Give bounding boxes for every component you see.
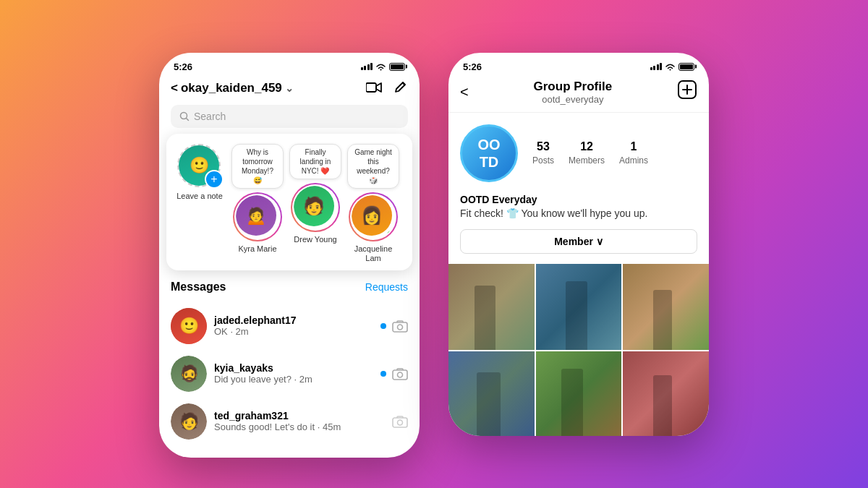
back-button-right[interactable]: < [460,84,469,100]
nav-bar-left: < okay_kaiden_459 ⌄ [159,77,420,105]
stat-admins: 1 Admins [619,140,648,166]
back-button-left[interactable]: < [171,81,178,95]
nav-username: okay_kaiden_459 [181,81,282,95]
message-item-1[interactable]: 🧔 kyia_kayaks Did you leave yet? · 2m [171,350,408,398]
photo-grid [448,264,709,435]
status-icons-right [650,63,695,71]
jacqueline-with-bubble: Game night this weekend? 🎲 👩 [347,144,399,241]
message-right-0 [380,320,408,333]
jacqueline-name: Jacqueline Lam [347,244,399,263]
phone-left: 5:26 < okay_kaiden_459 ⌄ [159,53,420,458]
battery-icon-right [678,63,694,71]
stat-admins-number: 1 [619,140,648,153]
group-name: OOTD Everyday [460,194,697,205]
chevron-down-icon[interactable]: ⌄ [285,82,294,94]
photo-cell-3[interactable] [448,351,535,436]
message-item-2[interactable]: 🧑 ted_graham321 Sounds good! Let's do it… [171,398,408,445]
group-profile-section: OOTD 53 Posts 12 Members 1 Admins [448,113,709,194]
message-content-1: kyia_kayaks Did you leave yet? · 2m [214,362,373,385]
svg-rect-7 [393,418,407,427]
online-indicator [386,230,393,237]
story-item-jacqueline[interactable]: Game night this weekend? 🎲 👩 Jac [347,144,399,263]
group-avatar-text: OOTD [477,136,500,171]
message-content-2: ted_graham321 Sounds good! Let's do it ·… [214,410,385,432]
message-username-2: ted_graham321 [214,410,385,421]
photo-cell-1[interactable] [536,264,622,350]
group-header-center: Group Profile ootd_everyday [534,80,613,105]
kyra-name: Kyra Marie [238,244,276,254]
message-avatar-1: 🧔 [171,356,207,392]
message-preview-0: OK · 2m [214,326,373,337]
camera-icon-2[interactable] [392,415,408,428]
photo-cell-4[interactable] [536,351,622,436]
camera-icon-1[interactable] [392,367,408,380]
time-left: 5:26 [174,61,192,72]
leave-note-label: Leave a note [176,192,223,201]
group-profile-title: Group Profile [534,80,613,94]
stories-row: 🙂 + Leave a note Why is tomorrow Monday!… [174,144,405,263]
svg-rect-1 [366,83,376,92]
drew-bubble: Finally landing in NYC! ❤️ [289,144,341,179]
group-profile-subtitle: ootd_everyday [534,94,613,105]
status-bar-right: 5:26 [448,53,709,77]
group-description: Fit check! 👕 You know we'll hype you up. [460,207,697,221]
stat-posts-label: Posts [532,155,554,166]
wifi-icon [375,63,386,71]
member-button[interactable]: Member ∨ [460,229,697,254]
phone-right: 5:26 < Group Profile ootd_everyday [448,53,709,436]
messages-header: Messages Requests [171,281,408,294]
drew-ring-inner: 🧑 [292,184,339,231]
photo-cell-5[interactable] [623,351,709,436]
requests-link[interactable]: Requests [365,281,408,293]
svg-point-6 [398,372,403,377]
messages-section: Messages Requests 🙂 jaded.elephant17 OK … [159,270,420,451]
edit-icon[interactable] [393,80,408,98]
svg-point-0 [380,69,382,70]
stat-posts-number: 53 [532,140,554,153]
jacqueline-ring-inner: 👩 [350,194,396,240]
nav-icons-right [366,80,408,98]
photo-cell-2[interactable] [623,264,709,350]
kyra-bubble: Why is tomorrow Monday!? 😅 [231,144,284,189]
signal-icon-right [650,63,663,70]
kyra-ring-inner: 🙍 [234,194,281,240]
jacqueline-avatar: 👩 [352,195,395,239]
camera-icon-0[interactable] [392,320,408,333]
drew-name: Drew Young [294,235,336,244]
signal-icon [361,63,373,70]
message-preview-2: Sounds good! Let's do it · 45m [214,421,385,432]
drew-story-ring: 🧑 [291,183,340,232]
photo-cell-0[interactable] [448,264,535,350]
group-bio: OOTD Everyday Fit check! 👕 You know we'l… [448,194,709,230]
message-item-0[interactable]: 🙂 jaded.elephant17 OK · 2m [171,302,408,350]
unread-dot-1 [380,371,386,377]
story-item-kyra[interactable]: Why is tomorrow Monday!? 😅 🙍 Kyra Marie [231,144,284,254]
svg-rect-5 [393,370,407,380]
stat-members: 12 Members [569,140,605,166]
drew-avatar: 🧑 [294,186,337,229]
story-item-leave-note[interactable]: 🙂 + Leave a note [174,144,226,201]
stories-card: 🙂 + Leave a note Why is tomorrow Monday!… [166,134,412,270]
message-content-0: jaded.elephant17 OK · 2m [214,314,373,337]
time-right: 5:26 [463,61,482,72]
kyra-with-bubble: Why is tomorrow Monday!? 😅 🙍 [231,144,284,241]
add-to-group-icon[interactable] [677,80,697,104]
kyra-story-ring: 🙍 [233,192,282,241]
stat-members-number: 12 [569,140,605,153]
messages-title: Messages [171,281,226,294]
status-icons-left [361,63,406,71]
message-preview-1: Did you leave yet? · 2m [214,374,373,385]
search-placeholder: Search [194,111,226,122]
nav-title-left: < okay_kaiden_459 ⌄ [171,81,294,95]
jacqueline-bubble: Game night this weekend? 🎲 [347,144,399,189]
svg-point-9 [670,69,671,70]
message-right-2 [392,415,408,428]
svg-point-4 [398,325,403,330]
search-bar[interactable]: Search [171,105,408,128]
story-item-drew[interactable]: Finally landing in NYC! ❤️ 🧑 Drew Young [289,144,341,244]
search-icon [179,111,190,121]
video-call-icon[interactable] [366,80,382,97]
message-username-0: jaded.elephant17 [214,314,373,326]
add-note-icon[interactable]: + [205,170,224,189]
wifi-icon-right [665,63,676,71]
